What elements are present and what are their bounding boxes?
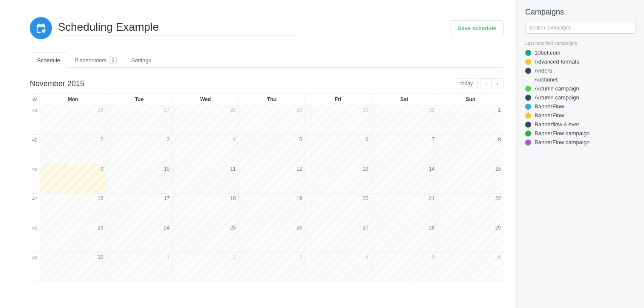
day-cell[interactable]: 5 [371,253,438,282]
campaign-item[interactable]: BannerFlow [525,111,635,120]
tab-placeholders-badge: 0 [109,57,117,64]
day-cell[interactable]: 19 [239,194,305,223]
week-number: 49 [30,253,40,282]
day-cell[interactable]: 28 [371,223,438,252]
day-cell[interactable]: 23 [40,223,106,252]
day-number: 27 [164,107,170,113]
day-cell[interactable]: 25 [172,223,239,252]
day-cell[interactable]: 15 [437,164,503,193]
day-number: 22 [495,195,501,201]
search-campaigns-input[interactable] [525,22,635,34]
day-number: 2 [101,137,104,142]
day-cell[interactable]: 18 [172,194,239,223]
campaign-item[interactable]: 10bet.com [525,48,635,57]
day-cell[interactable]: 29 [437,223,503,252]
day-number: 25 [230,225,236,231]
page-title: Scheduling Example [58,20,296,36]
day-cell[interactable]: 16 [40,194,106,223]
day-cell[interactable]: 12 [239,164,305,193]
day-cell[interactable]: 21 [371,194,438,223]
day-header: Fri [305,94,371,105]
day-cell[interactable]: 3 [239,253,305,282]
day-cell[interactable]: 17 [106,194,173,223]
calendar-row: 4716171819202122 [30,194,503,223]
day-cell[interactable]: 26 [239,223,305,252]
day-cell[interactable]: 22 [437,194,503,223]
day-header: Tue [106,94,173,105]
campaign-item[interactable]: Autumn campaign [525,93,635,102]
day-number: 2 [233,254,236,260]
day-cell[interactable]: 2 [40,135,106,164]
day-cell[interactable]: 14 [371,164,438,193]
campaign-item[interactable]: Anders [525,66,635,75]
day-cell[interactable]: 10 [106,164,173,193]
campaign-name: 10bet.com [535,49,561,56]
day-cell[interactable]: 30 [40,253,106,282]
campaign-item[interactable]: Auctionet [525,75,635,84]
campaign-item[interactable]: Bannerflow 4 ever [525,120,635,129]
today-button[interactable]: today [456,78,477,89]
campaign-name: BannerFlow campaign [535,130,589,137]
day-cell[interactable]: 4 [172,135,239,164]
campaign-name: BannerFlow [535,103,564,110]
tab-placeholders[interactable]: Placeholders 0 [67,52,124,68]
day-number: 4 [233,137,236,142]
day-number: 26 [296,225,302,231]
week-number: 45 [30,135,40,164]
day-header: Wed [172,94,239,105]
day-number: 12 [296,166,302,172]
day-cell[interactable]: 2 [172,253,239,282]
tab-settings[interactable]: Settings [124,52,158,68]
day-cell[interactable]: 7 [371,135,438,164]
campaign-name: Autumn campaign [535,85,579,92]
day-cell[interactable]: 28 [172,105,239,134]
day-cell[interactable]: 8 [437,135,503,164]
day-number: 23 [98,225,103,231]
calendar-title: November 2015 [30,79,84,88]
day-cell[interactable]: 13 [305,164,371,193]
day-cell[interactable]: 27 [106,105,173,134]
day-number: 24 [164,225,170,231]
calendar-row: 452345678 [30,135,503,164]
day-number: 30 [98,254,103,260]
campaign-item[interactable]: BannerFlow [525,102,635,111]
day-cell[interactable]: 24 [106,223,173,252]
sidebar-title: Campaigns [525,8,635,17]
tab-settings-label: Settings [131,57,151,64]
day-header: Sat [371,94,438,105]
day-cell[interactable]: 31 [371,105,438,134]
day-cell[interactable]: 9 [40,164,106,193]
day-cell[interactable]: 11 [172,164,239,193]
day-cell[interactable]: 4 [305,253,371,282]
day-cell[interactable]: 3 [106,135,173,164]
day-number: 28 [230,107,236,113]
day-cell[interactable]: 1 [106,253,173,282]
day-cell[interactable]: 26 [40,105,106,134]
prev-month-button[interactable] [480,78,492,89]
next-month-button[interactable] [492,78,503,89]
campaign-name: Bannerflow 4 ever [535,121,579,128]
day-number: 26 [98,107,103,113]
calendar-row: 4930123456 [30,253,503,282]
day-cell[interactable]: 20 [305,194,371,223]
campaign-item[interactable]: Autumn campaign [525,84,635,93]
day-number: 6 [498,254,501,260]
save-schedule-button[interactable]: Save schedule [451,20,503,36]
tab-schedule[interactable]: Schedule [30,52,67,68]
day-number: 20 [363,195,368,201]
day-number: 29 [495,225,501,231]
day-cell[interactable]: 29 [239,105,305,134]
campaign-item[interactable]: Advanced formats [525,57,635,66]
day-number: 4 [365,254,368,260]
day-cell[interactable]: 27 [305,223,371,252]
day-cell[interactable]: 1 [437,105,503,134]
day-cell[interactable]: 6 [437,253,503,282]
tabs-bar: Schedule Placeholders 0 Settings [30,52,503,68]
day-number: 19 [296,195,302,201]
campaign-item[interactable]: BannerFlow campaign [525,138,635,147]
day-number: 7 [432,137,435,142]
day-cell[interactable]: 6 [305,135,371,164]
day-cell[interactable]: 5 [239,135,305,164]
campaign-item[interactable]: BannerFlow campaign [525,129,635,138]
day-cell[interactable]: 30 [305,105,371,134]
